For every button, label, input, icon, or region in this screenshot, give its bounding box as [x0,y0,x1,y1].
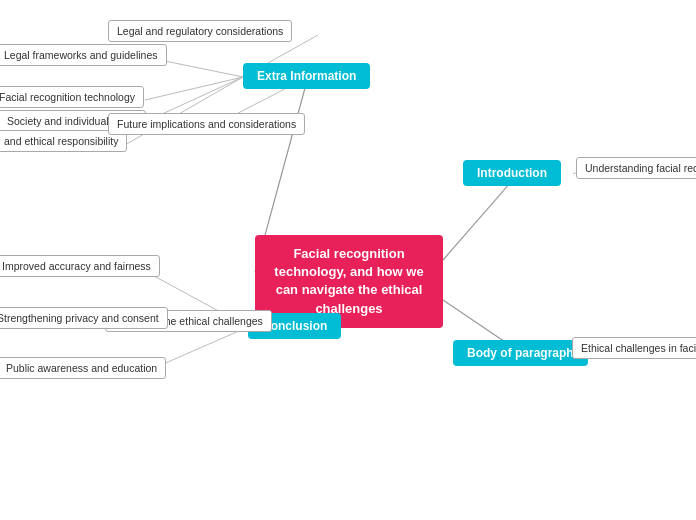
body-of-paragraph-node[interactable]: Body of paragraph [453,340,588,366]
mindmap-canvas: Facial recognition technology, and how w… [0,0,696,520]
legal-node[interactable]: Legal and regulatory considerations [108,20,292,42]
facial-rec-node[interactable]: Facial recognition technology [0,86,144,108]
ethical-challenges-node[interactable]: Ethical challenges in facial recognition [572,337,696,359]
understanding-node[interactable]: Understanding facial recognition technol… [576,157,696,179]
frameworks-node[interactable]: Legal frameworks and guidelines [0,44,167,66]
svg-line-1 [443,174,518,260]
privacy-node[interactable]: Strengthening privacy and consent [0,307,168,329]
introduction-node[interactable]: Introduction [463,160,561,186]
extra-information-node[interactable]: Extra Information [243,63,370,89]
svg-line-5 [155,59,243,77]
svg-line-6 [145,77,243,100]
awareness-node[interactable]: Public awareness and education [0,357,166,379]
accuracy-node[interactable]: Improved accuracy and fairness [0,255,160,277]
future-node[interactable]: Future implications and considerations [108,113,305,135]
